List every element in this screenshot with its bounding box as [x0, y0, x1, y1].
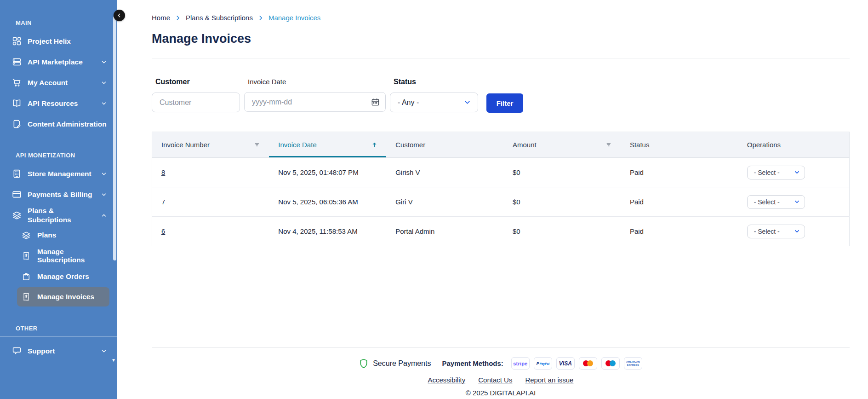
chat-bubble-icon [12, 346, 22, 356]
invoice-number-link[interactable]: 6 [161, 227, 165, 235]
sidebar-item-plans-subscriptions[interactable]: Plans & Subcriptions [12, 205, 117, 226]
column-header-customer: Customer [386, 132, 503, 158]
sort-lines-icon[interactable] [254, 141, 261, 148]
receipt-dollar-icon [22, 251, 31, 261]
building-icon [12, 169, 22, 179]
plans-subscriptions-submenu: Plans Manage Subscriptions Manage Orders… [22, 226, 117, 306]
page-title: Manage Invoices [152, 32, 850, 46]
footer-links: Accessibility Contact Us Report an issue [428, 376, 574, 384]
breadcrumb: Home Plans & Subscriptions Manage Invoic… [152, 14, 850, 22]
chevron-down-icon [794, 228, 800, 235]
breadcrumb-plans-subscriptions[interactable]: Plans & Subscriptions [186, 14, 253, 22]
table-row: 6 Nov 4, 2025, 11:58:53 AM Portal Admin … [152, 217, 850, 246]
sidebar-item-project-helix[interactable]: Project Helix [12, 31, 117, 52]
column-label: Status [630, 141, 650, 149]
document-edit-icon [12, 119, 22, 129]
sidebar: MAIN Project Helix API Marketplace My Ac… [0, 0, 117, 399]
column-label: Amount [513, 141, 537, 149]
column-header-amount[interactable]: Amount [503, 132, 621, 158]
status-filter-label: Status [394, 78, 478, 86]
amount-cell: $0 [503, 158, 621, 187]
sidebar-item-manage-invoices[interactable]: Manage Invoices [17, 287, 109, 306]
chevron-down-icon [794, 198, 800, 205]
scroll-down-caret-icon[interactable]: ▼ [111, 358, 116, 363]
invoice-number-link[interactable]: 7 [161, 198, 165, 206]
sidebar-item-manage-subscriptions[interactable]: Manage Subscriptions [17, 246, 109, 266]
contact-us-link[interactable]: Contact Us [478, 376, 512, 384]
stripe-icon: stripe [511, 357, 530, 370]
sidebar-item-api-resources[interactable]: API Resources [12, 93, 117, 114]
sidebar-item-support[interactable]: Support [12, 341, 117, 361]
shield-icon [359, 359, 368, 369]
calendar-icon[interactable] [371, 98, 380, 106]
chevron-up-icon [101, 212, 107, 219]
chevron-down-icon [101, 171, 107, 177]
sidebar-item-label: Manage Subscriptions [37, 248, 105, 264]
status-filter-select[interactable]: - Any - [390, 93, 478, 112]
customer-cell: Giri V [386, 187, 503, 217]
chevron-down-icon [101, 191, 107, 198]
amount-cell: $0 [503, 187, 621, 217]
sidebar-item-content-administration[interactable]: Content Administration [12, 114, 117, 134]
column-header-invoice-date[interactable]: Invoice Date [269, 132, 386, 158]
column-label: Invoice Number [161, 141, 210, 149]
chevron-left-icon [116, 12, 122, 18]
sidebar-collapse-button[interactable] [114, 10, 125, 21]
sort-ascending-arrow-icon[interactable] [371, 141, 378, 148]
sort-lines-icon[interactable] [605, 141, 612, 148]
layers-icon [12, 210, 22, 220]
invoice-date-cell: Nov 4, 2025, 11:58:53 AM [269, 217, 386, 246]
invoice-date-input[interactable] [252, 98, 371, 106]
operations-select[interactable]: - Select - [747, 166, 805, 179]
invoice-date-filter-label: Invoice Date [248, 78, 386, 86]
chevron-right-icon [257, 15, 264, 21]
invoice-date-filter-field [244, 92, 386, 112]
accessibility-link[interactable]: Accessibility [428, 376, 466, 384]
operations-select[interactable]: - Select - [747, 195, 805, 209]
invoices-table: Invoice Number Invoice Date [152, 132, 850, 246]
sidebar-item-label: API Marketplace [28, 58, 83, 66]
sidebar-item-api-marketplace[interactable]: API Marketplace [12, 52, 117, 72]
sidebar-item-plans[interactable]: Plans [17, 226, 109, 245]
visa-wordmark: VISA [559, 360, 572, 367]
sidebar-item-label: API Resources [28, 99, 78, 108]
chevron-down-icon [794, 169, 800, 176]
chevron-down-icon [101, 100, 107, 107]
column-header-status: Status [621, 132, 738, 158]
sidebar-item-store-management[interactable]: Store Management [12, 163, 117, 184]
cart-icon [12, 78, 22, 87]
table-row: 8 Nov 5, 2025, 01:48:07 PM Girish V $0 P… [152, 158, 850, 187]
sidebar-item-payments-billing[interactable]: Payments & Billing [12, 184, 117, 205]
sidebar-item-my-account[interactable]: My Account [12, 72, 117, 93]
secure-payments: Secure Payments [359, 359, 431, 369]
report-issue-link[interactable]: Report an issue [525, 376, 573, 384]
filter-button[interactable]: Filter [486, 93, 523, 113]
table-header-row: Invoice Number Invoice Date [152, 132, 850, 158]
status-cell: Paid [621, 217, 738, 246]
operations-select-value: - Select - [754, 169, 780, 176]
customer-filter-field [152, 93, 240, 112]
sidebar-item-label: Project Helix [28, 37, 71, 46]
invoice-date-cell: Nov 5, 2025, 01:48:07 PM [269, 158, 386, 187]
invoice-date-cell: Nov 5, 2025, 06:05:36 AM [269, 187, 386, 217]
sidebar-scrollbar[interactable] [113, 16, 116, 260]
sidebar-item-label: Manage Orders [37, 272, 89, 281]
paypal-p: P [537, 361, 539, 366]
column-header-invoice-number[interactable]: Invoice Number [152, 132, 269, 158]
sidebar-item-label: My Account [28, 78, 68, 87]
sidebar-item-label: Plans [37, 231, 56, 239]
operations-select[interactable]: - Select - [747, 225, 805, 238]
sidebar-section-api-monetization: API MONETIZATION [16, 152, 117, 159]
receipt-dollar-icon [22, 292, 31, 302]
layers-icon [22, 231, 31, 240]
breadcrumb-home[interactable]: Home [152, 14, 170, 22]
customer-input[interactable] [160, 98, 255, 107]
status-filter-value: - Any - [398, 98, 419, 107]
amex-icon: AMERICAN EXPRESS [624, 357, 642, 370]
paypal-icon: PPayPal [534, 357, 552, 370]
invoice-number-link[interactable]: 8 [161, 168, 165, 176]
sidebar-item-manage-orders[interactable]: Manage Orders [17, 267, 109, 286]
amex-wordmark: AMERICAN EXPRESS [626, 360, 640, 366]
maestro-icon [601, 357, 620, 370]
column-label: Invoice Date [278, 141, 316, 149]
